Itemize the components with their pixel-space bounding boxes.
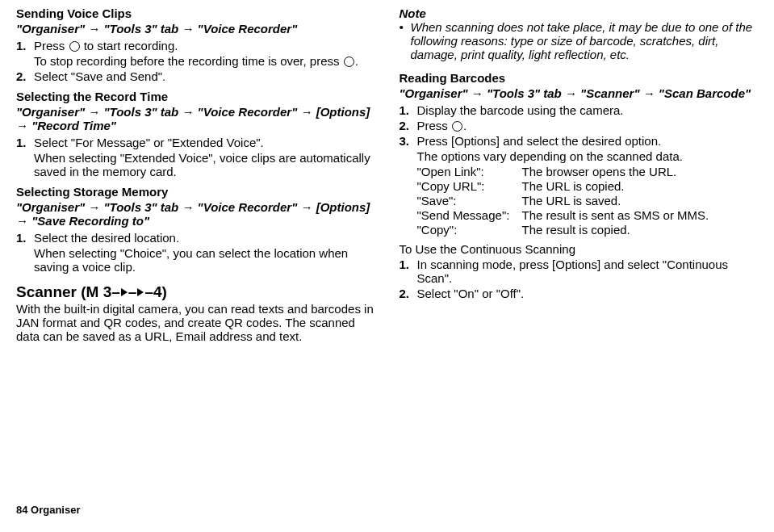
step-number: 3. [400, 134, 417, 148]
bullet-icon: • [400, 20, 411, 61]
step-text: Press to start recording. [34, 39, 375, 52]
step-detail: To stop recording before the recording t… [34, 54, 375, 68]
code-part: – [128, 283, 137, 300]
step-press-options: 3. Press [Options] and select the desire… [400, 134, 759, 148]
step-1-press-record: 1. Press to start recording. [16, 39, 375, 52]
option-label: "Copy URL": [417, 179, 522, 193]
option-desc: The result is sent as SMS or MMS. [522, 208, 709, 222]
scanner-intro: With the built-in digital camera, you ca… [16, 302, 375, 343]
left-column: Sending Voice Clips "Organiser" → "Tools… [16, 6, 375, 516]
heading-sending-voice-clips: Sending Voice Clips [16, 6, 375, 20]
option-desc: The URL is copied. [522, 179, 625, 193]
step-text: Select "Save and Send". [34, 69, 375, 83]
option-label: "Copy": [417, 223, 522, 237]
step-text: Press [Options] and select the desired o… [417, 134, 759, 148]
step-number: 1. [16, 39, 34, 52]
option-label: "Open Link": [417, 165, 522, 178]
step-number: 2. [400, 287, 417, 300]
note-text: When scanning does not take place, it ma… [411, 20, 759, 61]
step-2-save-send: 2. Select "Save and Send". [16, 69, 375, 83]
option-label: "Save": [417, 194, 522, 207]
heading-record-time: Selecting the Record Time [16, 90, 375, 103]
step-number: 2. [400, 119, 417, 132]
option-row: "Save": The URL is saved. [417, 194, 759, 207]
step-text: Select "For Message" or "Extended Voice"… [34, 136, 375, 149]
step-number: 1. [400, 258, 417, 285]
note-heading: Note [400, 6, 759, 20]
nav-path-scan-barcode: "Organiser" → "Tools 3" tab → "Scanner" … [400, 86, 759, 100]
option-desc: The URL is saved. [522, 194, 621, 207]
code-part: –4) [144, 283, 166, 300]
step-text: Select "On" or "Off". [417, 287, 759, 300]
option-desc: The result is copied. [522, 223, 630, 237]
step-on-off: 2. Select "On" or "Off". [400, 287, 759, 300]
step-detail: When selecting "Extended Voice", voice c… [34, 151, 375, 178]
step-detail-part: . [355, 54, 358, 68]
step-press-center: 2. Press . [400, 119, 759, 132]
option-row: "Open Link": The browser opens the URL. [417, 165, 759, 178]
step-detail-part: To stop recording before the recording t… [34, 54, 343, 68]
step-detail: When selecting "Choice", you can select … [34, 246, 375, 274]
page-footer: 84 Organiser [16, 504, 81, 516]
step-text: In scanning mode, press [Options] and se… [417, 258, 759, 285]
heading-scanner-code: (M 3–––4) [81, 283, 167, 300]
step-text-part: Press [417, 119, 452, 132]
page-container: Sending Voice Clips "Organiser" → "Tools… [16, 6, 758, 516]
nav-path-voice-recorder: "Organiser" → "Tools 3" tab → "Voice Rec… [16, 22, 375, 36]
right-arrow-icon [137, 288, 144, 296]
option-row: "Send Message": The result is sent as SM… [417, 208, 759, 222]
step-display-barcode: 1. Display the barcode using the camera. [400, 103, 759, 117]
step-continuous-scan: 1. In scanning mode, press [Options] and… [400, 258, 759, 285]
step-number: 1. [16, 231, 34, 245]
step-number: 1. [16, 136, 34, 149]
step-text: Press . [417, 119, 759, 132]
nav-path-save-recording: "Organiser" → "Tools 3" tab → "Voice Rec… [16, 200, 375, 228]
step-text-part: Press [34, 39, 69, 52]
option-row: "Copy URL": The URL is copied. [417, 179, 759, 193]
heading-scanner-text: Scanner [16, 283, 81, 300]
code-part: (M 3– [81, 283, 120, 300]
center-button-icon [452, 121, 462, 132]
heading-scanner: Scanner (M 3–––4) [16, 283, 375, 301]
step-select-location: 1. Select the desired location. [16, 231, 375, 245]
right-column: Note • When scanning does not take place… [400, 6, 759, 516]
step-text-part: . [463, 119, 466, 132]
step-select-voice-mode: 1. Select "For Message" or "Extended Voi… [16, 136, 375, 149]
step-number: 2. [16, 69, 34, 83]
nav-path-record-time: "Organiser" → "Tools 3" tab → "Voice Rec… [16, 105, 375, 132]
option-row: "Copy": The result is copied. [417, 223, 759, 237]
option-desc: The browser opens the URL. [522, 165, 677, 178]
step-number: 1. [400, 103, 417, 117]
note-bullet: • When scanning does not take place, it … [400, 20, 759, 61]
step-text: Display the barcode using the camera. [417, 103, 759, 117]
heading-storage-memory: Selecting Storage Memory [16, 185, 375, 199]
step-text-part: to start recording. [81, 39, 178, 52]
scan-options-table: "Open Link": The browser opens the URL. … [417, 165, 759, 237]
heading-continuous-scanning: To Use the Continuous Scanning [400, 242, 759, 256]
center-button-icon [344, 57, 354, 67]
center-button-icon [69, 41, 80, 52]
option-label: "Send Message": [417, 208, 522, 222]
step-detail: The options vary depending on the scanne… [417, 149, 759, 163]
step-text: Select the desired location. [34, 231, 375, 245]
right-arrow-icon [121, 288, 128, 296]
heading-reading-barcodes: Reading Barcodes [400, 71, 759, 85]
